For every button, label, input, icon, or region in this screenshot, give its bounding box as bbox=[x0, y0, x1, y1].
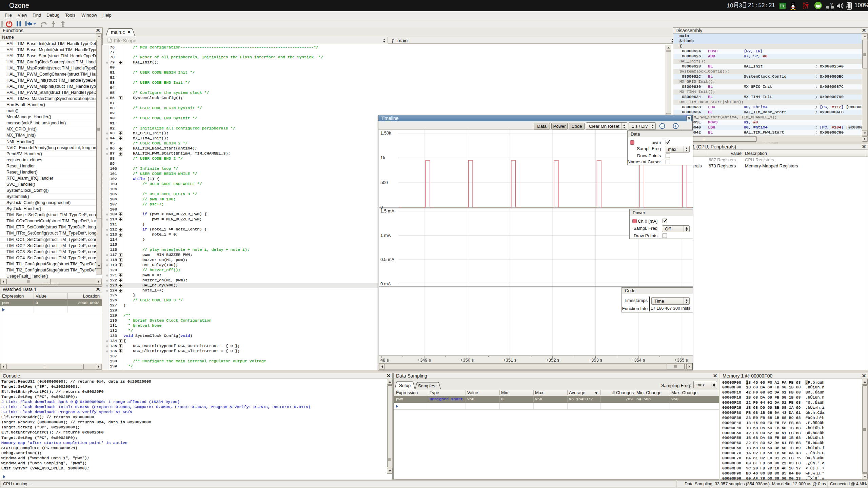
svg-text:+353 s: +353 s bbox=[589, 358, 602, 363]
svg-text:1 mA: 1 mA bbox=[380, 233, 391, 238]
svg-text:+349 s: +349 s bbox=[417, 358, 431, 363]
svg-text:+351 s: +351 s bbox=[503, 358, 517, 363]
svg-text:+354 s: +354 s bbox=[632, 358, 645, 363]
svg-text:1.5 mA: 1.5 mA bbox=[380, 208, 395, 214]
svg-text:1k: 1k bbox=[380, 155, 385, 160]
svg-text:0 mA: 0 mA bbox=[380, 281, 391, 286]
svg-text:48 s: 48 s bbox=[380, 358, 389, 363]
svg-text:+350 s: +350 s bbox=[460, 358, 474, 363]
svg-text:+355 s: +355 s bbox=[674, 358, 688, 363]
svg-text:0.5 mA: 0.5 mA bbox=[380, 257, 395, 262]
svg-text:500: 500 bbox=[380, 180, 388, 185]
svg-text:1.50k: 1.50k bbox=[380, 130, 391, 136]
svg-text:+352 s: +352 s bbox=[546, 358, 559, 363]
svg-text:?: ? bbox=[830, 2, 833, 7]
